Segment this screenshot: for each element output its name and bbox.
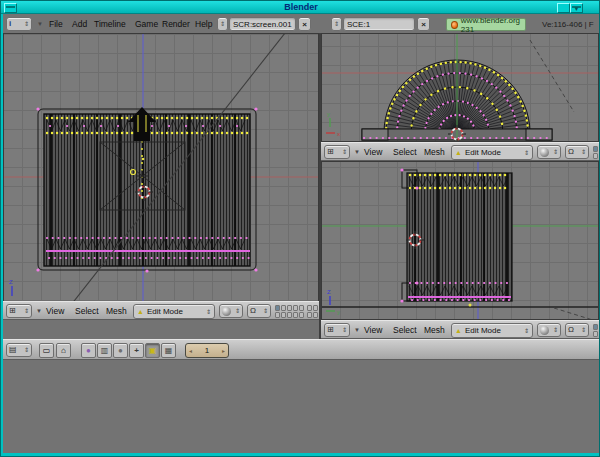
top-viewport-canvas: y x [322,34,599,142]
frame-number: 1 [205,346,209,355]
grid-icon: ⊞ [327,148,334,156]
buttons-area: ▼ Link and Materials ⇕ ME:Cylinder F OB:… [3,360,599,453]
grid-icon: ⊞ [327,326,334,334]
stepper-icon: ⇕ [206,309,211,315]
window-divider[interactable] [319,33,321,339]
context-object-button[interactable]: + [129,343,144,358]
draw-mode-dropdown[interactable]: ⇕ [537,145,561,159]
frame-left-icon[interactable]: ◂ [189,347,192,354]
mode-label: Edit Mode [465,148,521,157]
menu-help[interactable]: Help [195,19,212,29]
draw-mode-sphere-icon [540,326,549,335]
header-collapse-icon[interactable]: ▼ [36,308,42,314]
axis-indicator: y x [326,111,340,137]
stepper-icon: ⇕ [220,21,225,27]
viewport-type-button[interactable]: ⊞ ⇕ [324,145,350,159]
side-viewport-canvas: Z y [322,162,599,320]
svg-text:y: y [327,111,330,117]
screen-browse-button[interactable]: ⇕ [217,17,228,31]
screen-name-field[interactable]: SCR:screen.001 [229,17,296,31]
stepper-icon: ⇕ [24,21,29,27]
header-collapse-icon[interactable]: ▼ [37,21,43,27]
viewport-type-button[interactable]: ⊞ ⇕ [324,323,350,337]
context-logic-button[interactable]: ● [81,343,96,358]
info-icon: i [9,20,11,28]
layer-buttons[interactable] [275,305,319,318]
header-collapse-icon[interactable]: ▼ [354,149,360,155]
draw-mode-dropdown[interactable]: ⇕ [219,304,243,318]
grid-icon: ⊞ [9,307,16,315]
shade-button[interactable]: ▼ [570,3,583,13]
stepper-icon: ⇕ [342,327,347,333]
viewport-top[interactable]: y x [321,33,599,142]
scene-icon: ▦ [165,346,173,355]
context-shading-button[interactable]: ● [113,343,128,358]
menu-file[interactable]: File [49,19,63,29]
draw-mode-dropdown[interactable]: ⇕ [537,323,561,337]
menu-view[interactable]: View [364,325,382,335]
menu-mesh[interactable]: Mesh [106,306,127,316]
draw-mode-sphere-icon [540,148,549,157]
frame-number-field[interactable]: ◂ 1 ▸ [185,343,229,358]
titlebar[interactable]: Blender ▼ [1,1,600,14]
panel-alignment-button[interactable]: ▭ [39,343,54,358]
menu-select[interactable]: Select [393,147,417,157]
svg-text:Z: Z [9,279,13,285]
layer-buttons[interactable] [593,324,599,337]
mode-dropdown[interactable]: ▲ Edit Mode ⇕ [451,323,533,338]
mode-dropdown[interactable]: ▲ Edit Mode ⇕ [133,304,215,319]
pivot-dropdown[interactable]: Ω ⇕ [565,323,589,337]
svg-text:Z: Z [327,289,331,295]
window-type-button[interactable]: i ⇕ [6,17,32,31]
mode-label: Edit Mode [465,326,521,335]
pivot-icon: Ω [568,148,574,156]
pivot-dropdown[interactable]: Ω ⇕ [565,145,589,159]
front-viewport-canvas: Z x [4,34,319,320]
editmode-icon: ▲ [455,149,462,156]
header-collapse-icon[interactable]: ▼ [354,327,360,333]
scene-delete-button[interactable]: × [417,17,430,31]
viewport-side-header: ⊞ ⇕ ▼ View Select Mesh ▲ Edit Mode ⇕ ⇕ Ω… [321,320,599,339]
menu-view[interactable]: View [46,306,64,316]
menu-game[interactable]: Game [135,19,158,29]
logic-icon: ● [86,346,91,355]
menu-mesh[interactable]: Mesh [424,147,445,157]
mode-dropdown[interactable]: ▲ Edit Mode ⇕ [451,145,533,160]
viewport-front[interactable]: Z x [3,33,319,320]
pivot-icon: Ω [250,307,256,315]
scene-browse-button[interactable]: ⇕ [331,17,342,31]
draw-mode-sphere-icon [222,307,231,316]
url-text: www.blender.org 231 [461,16,521,34]
viewport-side[interactable]: Z y [321,161,599,320]
menu-select[interactable]: Select [75,306,99,316]
blender-url-badge[interactable]: www.blender.org 231 [446,18,526,31]
maximize-button[interactable] [557,3,570,13]
stepper-icon: ⇕ [334,21,339,27]
editmode-icon: ▲ [455,327,462,334]
menu-render[interactable]: Render [162,19,190,29]
script-icon: ▥ [101,346,109,355]
frame-right-icon[interactable]: ▸ [222,347,225,354]
menu-mesh[interactable]: Mesh [424,325,445,335]
buttons-window-type[interactable]: ▤ ⇕ [6,343,32,357]
menu-view[interactable]: View [364,147,382,157]
context-script-button[interactable]: ▥ [97,343,112,358]
menu-add[interactable]: Add [72,19,87,29]
buttons-window-header: ▤ ⇕ ▭ ⌂ ● ▥ ● + ▣ [3,339,599,360]
stepper-icon: ⇕ [342,149,347,155]
context-editing-button[interactable]: ▣ [145,343,160,358]
app-area: i ⇕ ▼ File Add Timeline Game Render Help… [3,14,599,453]
scene-name-field[interactable]: SCE:1 [343,17,415,31]
stepper-icon: ⇕ [24,308,29,314]
menu-timeline[interactable]: Timeline [94,19,126,29]
viewport-type-button[interactable]: ⊞ ⇕ [6,304,32,318]
screen-delete-button[interactable]: × [298,17,311,31]
pivot-dropdown[interactable]: Ω ⇕ [247,304,271,318]
panels-icon: ▤ [9,346,17,354]
layer-buttons[interactable] [593,146,599,159]
pivot-icon: Ω [568,326,574,334]
context-scene-button[interactable]: ▦ [161,343,176,358]
home-button[interactable]: ⌂ [56,343,71,358]
svg-text:y: y [337,309,340,315]
menu-select[interactable]: Select [393,325,417,335]
